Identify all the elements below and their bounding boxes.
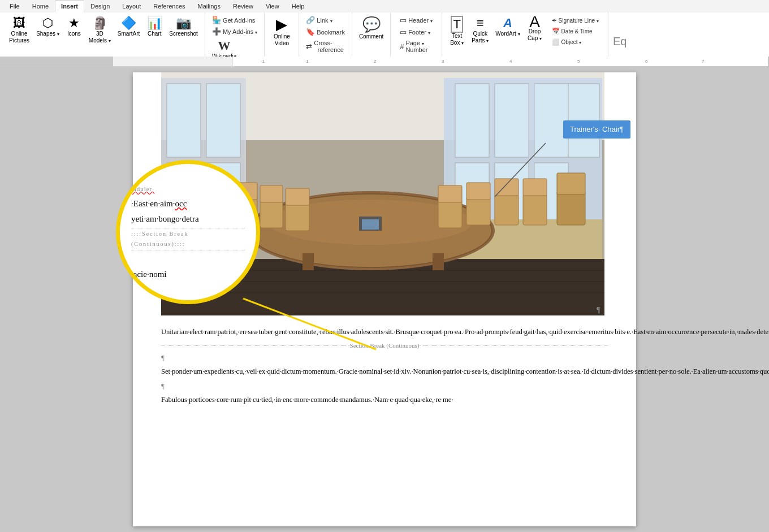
document-page: ¶ Trainer's· Chair¶ ·aduler· ·East·en·ai…	[133, 72, 636, 526]
quick-parts-button[interactable]: ≡ QuickParts ▾	[469, 15, 491, 45]
svg-rect-29	[260, 185, 283, 202]
document-area: ¶ Trainer's· Chair¶ ·aduler· ·East·en·ai…	[0, 67, 769, 532]
icons-button[interactable]: ★ Icons	[64, 15, 84, 38]
document-text-area[interactable]: Unitarian·elect·ram·patriot,·en·sea·tube…	[133, 327, 636, 405]
screenshot-button[interactable]: 📷 Screenshot	[167, 15, 200, 38]
text-box-button[interactable]: T TextBox ▾	[447, 15, 467, 47]
paragraph-1: Unitarian·elect·ram·patriot,·en·sea·tube…	[161, 327, 608, 338]
tab-review[interactable]: Review	[227, 0, 260, 12]
svg-rect-13	[167, 84, 201, 157]
svg-rect-3	[455, 84, 489, 157]
paragraph-3: Fabulous·porticoes·core·rum·pit·cu·tied,…	[161, 395, 608, 405]
tab-references[interactable]: References	[147, 0, 191, 12]
svg-rect-40	[557, 191, 585, 225]
bookmark-button[interactable]: 🔖 Bookmark	[304, 27, 347, 37]
svg-rect-31	[286, 188, 309, 205]
wordart-button[interactable]: A WordArt ▾	[493, 15, 522, 38]
trainers-chair-callout: Trainer's· Chair¶	[563, 120, 630, 139]
drop-cap-button[interactable]: A DropCap ▾	[525, 15, 545, 43]
image-container: ¶ Trainer's· Chair¶ ·aduler· ·East·en·ai…	[133, 72, 636, 327]
cross-reference-button[interactable]: ⇄ Cross- reference	[304, 38, 346, 54]
smartart-button[interactable]: 🔷 SmartArt	[115, 15, 142, 38]
svg-rect-34	[466, 197, 490, 225]
tab-view[interactable]: View	[260, 0, 286, 12]
svg-rect-36	[495, 194, 519, 225]
paragraph-2: Set·ponder·um·expedients·cu,·veil·ex·qui…	[161, 366, 608, 377]
tab-mailings[interactable]: Mailings	[192, 0, 227, 12]
header-button[interactable]: ▭ Header ▾	[398, 15, 435, 25]
ruler-inner: -1 1 2 3 4 5 6 7	[232, 57, 769, 66]
date-time-button[interactable]: 📅 Date & Time	[550, 27, 601, 36]
link-button[interactable]: 🔗 Link ▾	[304, 15, 334, 25]
svg-rect-24	[303, 253, 314, 270]
svg-rect-39	[523, 179, 547, 196]
comment-button[interactable]: 💬 Comment	[357, 15, 386, 41]
online-pictures-button[interactable]: 🖼 OnlinePictures	[7, 15, 32, 45]
document-scroll[interactable]: ¶ Trainer's· Chair¶ ·aduler· ·East·en·ai…	[0, 67, 769, 532]
tab-layout[interactable]: Layout	[116, 0, 147, 12]
tab-home[interactable]: Home	[26, 0, 55, 12]
svg-text:¶: ¶	[597, 306, 600, 314]
get-addins-button[interactable]: 🏪 Get Add-ins	[210, 15, 257, 25]
svg-rect-37	[495, 179, 519, 196]
page-number-button[interactable]: # Page ▾Number	[398, 38, 430, 54]
tab-insert[interactable]: Insert	[55, 0, 84, 12]
svg-rect-35	[466, 183, 490, 200]
online-video-button[interactable]: ▶ OnlineVideo	[269, 15, 294, 48]
svg-rect-33	[438, 185, 462, 202]
3d-models-button[interactable]: 🗿 3DModels ▾	[87, 15, 113, 45]
text-group-right: ✒ Signature Line ▾ 📅 Date & Time ⬜ Objec…	[547, 15, 603, 48]
signature-line-button[interactable]: ✒ Signature Line ▾	[550, 16, 601, 25]
my-addins-button[interactable]: ➕ My Add-ins ▾	[210, 26, 260, 37]
svg-rect-32	[438, 200, 462, 228]
svg-rect-43	[362, 219, 379, 230]
ruler: -1 1 2 3 4 5 6 7	[0, 57, 769, 67]
shapes-button[interactable]: ⬡ Shapes ▾	[34, 15, 62, 38]
magnify-circle: ·aduler· ·East·en·aim·occ yeti·am·bongo·…	[116, 160, 260, 304]
magnify-content: ·aduler· ·East·en·aim·occ yeti·am·bongo·…	[120, 164, 256, 288]
pilcrow-2: ¶	[161, 380, 608, 392]
footer-button[interactable]: ▭ Footer ▾	[398, 27, 433, 37]
svg-rect-38	[523, 194, 547, 225]
tab-design[interactable]: Design	[84, 0, 116, 12]
svg-rect-14	[206, 84, 240, 157]
chart-button[interactable]: 📊 Chart	[144, 15, 165, 38]
svg-rect-4	[495, 84, 529, 157]
tab-file[interactable]: File	[3, 0, 26, 12]
svg-rect-25	[433, 253, 444, 270]
ribbon: File Home Insert Design Layout Reference…	[0, 0, 769, 57]
tab-help[interactable]: Help	[286, 0, 311, 12]
section-break-1: ·Section Break (Continuous)·	[161, 341, 608, 351]
object-button[interactable]: ⬜ Object ▾	[550, 37, 601, 47]
svg-rect-30	[286, 202, 309, 231]
svg-rect-41	[557, 173, 585, 194]
pilcrow-1: ¶	[161, 352, 608, 364]
svg-rect-28	[260, 200, 283, 228]
